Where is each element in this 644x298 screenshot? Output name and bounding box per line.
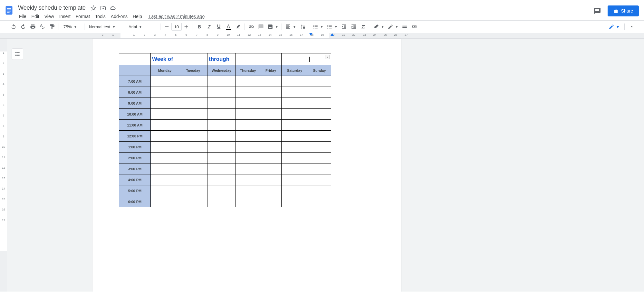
time-label[interactable]: 12:00 PM [119, 131, 151, 142]
schedule-cell[interactable] [151, 131, 179, 142]
print-button[interactable] [28, 22, 37, 31]
schedule-cell[interactable] [260, 142, 282, 153]
schedule-cell[interactable] [308, 76, 331, 87]
day-header[interactable]: Wednesday [207, 65, 236, 76]
star-icon[interactable] [90, 5, 97, 11]
schedule-cell[interactable] [308, 109, 331, 120]
docs-logo-icon[interactable] [3, 4, 15, 17]
time-label[interactable]: 6:00 PM [119, 196, 151, 207]
document-page[interactable]: Week ofthrough▾MondayTuesdayWednesdayThu… [92, 39, 401, 292]
menu-insert[interactable]: Insert [57, 13, 73, 20]
schedule-cell[interactable] [236, 196, 260, 207]
italic-button[interactable] [205, 22, 214, 31]
schedule-cell[interactable] [207, 153, 236, 163]
menu-edit[interactable]: Edit [29, 13, 42, 20]
schedule-cell[interactable] [179, 185, 207, 196]
schedule-cell[interactable] [207, 98, 236, 109]
redo-button[interactable] [19, 22, 28, 31]
schedule-cell[interactable] [207, 196, 236, 207]
header-cell[interactable] [119, 53, 151, 65]
time-label[interactable]: 10:00 AM [119, 109, 151, 120]
schedule-cell[interactable] [207, 109, 236, 120]
line-spacing-button[interactable] [298, 22, 307, 31]
schedule-cell[interactable] [179, 120, 207, 131]
time-label[interactable]: 11:00 AM [119, 120, 151, 131]
schedule-cell[interactable] [151, 120, 179, 131]
schedule-cell[interactable] [282, 153, 308, 163]
time-label[interactable]: 7:00 AM [119, 76, 151, 87]
schedule-cell[interactable] [207, 87, 236, 98]
header-cell[interactable]: Week of [151, 53, 179, 65]
schedule-cell[interactable] [308, 163, 331, 174]
vertical-ruler[interactable]: 1234567891011121314151617 [0, 39, 7, 292]
schedule-cell[interactable] [282, 196, 308, 207]
schedule-cell[interactable] [236, 98, 260, 109]
schedule-cell[interactable] [308, 131, 331, 142]
table-menu-button[interactable]: ▾ [325, 55, 330, 59]
styles-select[interactable]: Normal text▼ [86, 22, 122, 31]
highlight-button[interactable] [234, 22, 243, 31]
time-label[interactable]: 4:00 PM [119, 174, 151, 185]
schedule-cell[interactable] [308, 185, 331, 196]
schedule-cell[interactable] [236, 120, 260, 131]
menu-help[interactable]: Help [130, 13, 144, 20]
fontsize-increase-button[interactable] [182, 22, 191, 31]
schedule-cell[interactable] [260, 185, 282, 196]
time-label[interactable]: 8:00 AM [119, 87, 151, 98]
day-header[interactable]: Thursday [236, 65, 260, 76]
schedule-cell[interactable] [207, 142, 236, 153]
border-width-button[interactable] [400, 22, 409, 31]
schedule-cell[interactable] [236, 109, 260, 120]
day-header[interactable]: Sunday [308, 65, 331, 76]
schedule-cell[interactable] [151, 196, 179, 207]
collapse-toolbar-button[interactable] [627, 22, 636, 31]
header-cell[interactable] [260, 53, 282, 65]
last-edit-link[interactable]: Last edit was 2 minutes ago [145, 14, 205, 19]
schedule-cell[interactable] [207, 163, 236, 174]
schedule-cell[interactable] [179, 142, 207, 153]
schedule-cell[interactable] [308, 174, 331, 185]
header-cell[interactable] [179, 53, 207, 65]
schedule-cell[interactable] [282, 131, 308, 142]
schedule-cell[interactable] [179, 196, 207, 207]
schedule-cell[interactable] [151, 163, 179, 174]
time-label[interactable]: 2:00 PM [119, 153, 151, 163]
fontsize-input[interactable]: 10 [171, 23, 182, 31]
schedule-cell[interactable] [179, 174, 207, 185]
day-header[interactable]: Friday [260, 65, 282, 76]
indent-decrease-button[interactable] [340, 22, 349, 31]
schedule-cell[interactable] [179, 153, 207, 163]
header-cell[interactable] [282, 53, 308, 65]
schedule-cell[interactable] [236, 87, 260, 98]
schedule-cell[interactable] [282, 87, 308, 98]
schedule-cell[interactable] [260, 174, 282, 185]
schedule-cell[interactable] [236, 142, 260, 153]
fontsize-decrease-button[interactable] [162, 22, 171, 31]
fill-color-button[interactable]: ▼ [372, 22, 386, 31]
schedule-cell[interactable] [179, 109, 207, 120]
bulleted-list-button[interactable]: ▼ [325, 22, 339, 31]
header-cell[interactable]: ▾ [308, 53, 331, 65]
checklist-button[interactable]: ▼ [311, 22, 325, 31]
move-icon[interactable] [100, 5, 106, 11]
menu-addons[interactable]: Add-ons [109, 13, 130, 20]
border-color-button[interactable]: ▼ [386, 22, 400, 31]
share-button[interactable]: Share [608, 5, 639, 16]
schedule-cell[interactable] [151, 153, 179, 163]
header-cell[interactable]: through [207, 53, 236, 65]
indent-increase-button[interactable] [349, 22, 358, 31]
schedule-cell[interactable] [282, 163, 308, 174]
cloud-status-icon[interactable] [110, 5, 116, 11]
schedule-cell[interactable] [151, 109, 179, 120]
schedule-cell[interactable] [260, 131, 282, 142]
schedule-cell[interactable] [179, 131, 207, 142]
day-header[interactable]: Monday [151, 65, 179, 76]
paint-format-button[interactable] [48, 22, 57, 31]
comment-button[interactable] [256, 22, 265, 31]
schedule-cell[interactable] [236, 185, 260, 196]
schedule-cell[interactable] [236, 153, 260, 163]
schedule-cell[interactable] [151, 185, 179, 196]
schedule-cell[interactable] [207, 76, 236, 87]
schedule-cell[interactable] [151, 174, 179, 185]
menu-view[interactable]: View [42, 13, 56, 20]
